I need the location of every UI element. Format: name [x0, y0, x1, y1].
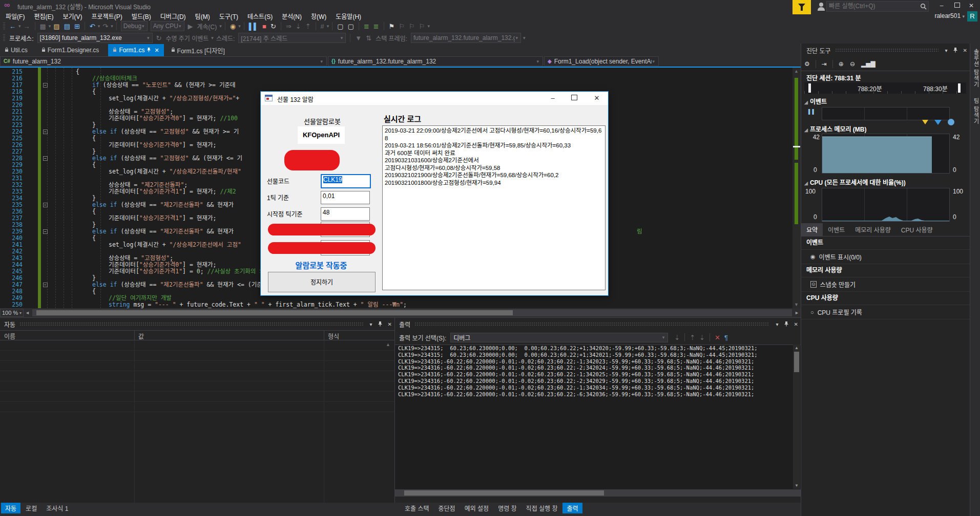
- zoom-in-icon[interactable]: ⊕: [836, 60, 847, 68]
- diag-tab-이벤트[interactable]: 이벤트: [823, 223, 850, 236]
- breadcrumb-csharp-file-icon[interactable]: C#future_alarm_132▾: [0, 56, 327, 66]
- text-input[interactable]: 48: [321, 207, 370, 221]
- navigate-forward-icon[interactable]: →: [22, 23, 32, 30]
- bottom-tab-명령 창[interactable]: 명령 창: [494, 503, 520, 513]
- side-tab-팀 탐색기[interactable]: 팀 탐색기: [970, 93, 980, 130]
- comment-lines-icon[interactable]: ≣: [362, 23, 371, 30]
- word-wrap-icon[interactable]: ¶: [722, 334, 730, 341]
- bottom-tab-예외 설정[interactable]: 예외 설정: [461, 503, 493, 513]
- attach-process-icon[interactable]: ◉: [228, 23, 238, 30]
- menu-item[interactable]: 창(W): [306, 12, 331, 20]
- menu-item[interactable]: 팀(M): [191, 12, 215, 20]
- menu-item[interactable]: 빌드(B): [127, 12, 156, 20]
- close-icon[interactable]: ✕: [791, 321, 801, 327]
- minimize-button[interactable]: –: [935, 1, 948, 10]
- table-row[interactable]: [0, 371, 394, 381]
- breadcrumb-class-icon[interactable]: {}future_alarm_132.future_alarm_132▾: [328, 56, 543, 66]
- thread-dropdown[interactable]: [21744] 주 스레드▾: [238, 33, 346, 43]
- cpu-section-header[interactable]: ◢CPU (모든 프로세서에 대한 비율(%)): [804, 178, 906, 186]
- prev-message-icon[interactable]: ⇡: [687, 334, 697, 341]
- scrollbar-position[interactable]: [793, 146, 800, 147]
- next-message-icon[interactable]: ⇣: [697, 334, 707, 341]
- tab-Form1.cs[interactable]: Form1.cs✕: [108, 44, 163, 56]
- close-icon[interactable]: ✕: [961, 48, 970, 53]
- menu-item[interactable]: 편집(E): [29, 12, 58, 20]
- output-vertical-scrollbar[interactable]: ▲ ▼: [793, 345, 800, 489]
- diag-tab-메모리 사용량[interactable]: 메모리 사용량: [850, 223, 896, 236]
- clear-bookmarks-icon[interactable]: ⚐: [417, 23, 427, 30]
- memory-section-header[interactable]: ◢프로세스 메모리 (MB): [804, 124, 867, 133]
- filter-icon[interactable]: [922, 120, 928, 124]
- pin-icon[interactable]: [147, 47, 151, 54]
- menu-item[interactable]: 프로젝트(P): [87, 12, 127, 20]
- events-section-header[interactable]: ◢이벤트: [804, 97, 827, 105]
- chevron-down-icon[interactable]: ▾: [367, 321, 375, 327]
- chevron-down-icon[interactable]: ▾: [326, 24, 330, 29]
- table-row[interactable]: [0, 361, 394, 371]
- menu-item[interactable]: 분석(N): [277, 12, 306, 20]
- toggle-bookmark-icon[interactable]: ⚑: [387, 23, 397, 30]
- text-input[interactable]: CLK19: [321, 174, 371, 188]
- menu-item[interactable]: 도움말(H): [331, 12, 366, 20]
- bottom-tab-출력[interactable]: 출력: [562, 503, 582, 513]
- continue-icon[interactable]: ▶: [186, 23, 195, 30]
- export-icon[interactable]: ⇥: [819, 60, 830, 68]
- editor-horizontal-scrollbar[interactable]: [32, 309, 792, 316]
- output-horizontal-scrollbar[interactable]: [395, 489, 801, 497]
- panel-header[interactable]: 자동 ▾ ✕: [0, 318, 394, 330]
- scrollbar-thumb[interactable]: [36, 310, 513, 315]
- editor-zoom-dropdown[interactable]: 100 %▾: [0, 309, 24, 317]
- lifecycle-icon[interactable]: ↻: [154, 34, 164, 42]
- snapshot-dot-icon[interactable]: [948, 119, 954, 125]
- save-icon[interactable]: ▤: [62, 23, 72, 30]
- menu-item[interactable]: 보기(V): [58, 12, 87, 20]
- diag-tab-CPU 사용량[interactable]: CPU 사용량: [896, 223, 938, 236]
- table-row[interactable]: [0, 351, 394, 361]
- tab-Form1.cs [디자인][interactable]: Form1.cs [디자인]: [166, 44, 232, 56]
- chart-icon[interactable]: ▂▅▇: [858, 60, 879, 68]
- panel-header[interactable]: 출력 ▾ ✕: [395, 318, 801, 330]
- chevron-down-icon[interactable]: ▾: [110, 24, 114, 29]
- stackframe-dropdown[interactable]: future_alarm_132.future_alarm_132.go_b▾: [411, 33, 521, 43]
- menu-item[interactable]: 파일(F): [1, 12, 29, 20]
- summary-item-link[interactable]: ◉이벤트 표시(0/0): [801, 250, 970, 264]
- diag-tab-요약[interactable]: 요약: [801, 223, 823, 236]
- pause-icon[interactable]: ▌▌: [247, 23, 260, 30]
- bottom-tab-로컬[interactable]: 로컬: [22, 503, 41, 513]
- table-row[interactable]: [0, 381, 394, 392]
- scroll-up-icon[interactable]: ▲: [794, 69, 799, 74]
- column-divider[interactable]: [134, 331, 135, 340]
- restart-icon[interactable]: ↻: [268, 23, 278, 30]
- tab-Util.cs[interactable]: Util.cs: [0, 44, 34, 56]
- scrollbar-thumb[interactable]: [404, 490, 604, 496]
- chevron-down-icon[interactable]: ▾: [238, 24, 241, 29]
- step-into-icon[interactable]: ⇣: [294, 23, 303, 30]
- feedback-button[interactable]: [793, 0, 811, 14]
- bottom-tab-자동[interactable]: 자동: [1, 503, 20, 513]
- zoom-out-icon[interactable]: ⊖: [847, 60, 858, 68]
- scroll-up-icon[interactable]: ▲: [795, 346, 799, 350]
- side-tab-솔루션 탐색기[interactable]: 솔루션 탐색기: [970, 44, 980, 93]
- share-icon[interactable]: [816, 2, 826, 11]
- bottom-tab-중단점[interactable]: 중단점: [434, 503, 460, 513]
- prev-bookmark-icon[interactable]: ⚐: [397, 23, 407, 30]
- column-header[interactable]: 이름: [4, 332, 15, 340]
- realtime-log-box[interactable]: 2019-03-21 22:09:00/상승제2기준선에서 고점다시형성/현재가…: [382, 125, 606, 290]
- autos-grid[interactable]: ▲: [0, 340, 394, 503]
- chevron-down-icon[interactable]: ▾: [427, 24, 430, 29]
- bottom-tab-호출 스택[interactable]: 호출 스택: [401, 503, 433, 513]
- editor-vertical-scrollbar[interactable]: ▲ ▼: [793, 68, 801, 308]
- goto-source-icon[interactable]: ⇣: [672, 334, 682, 341]
- process-dropdown[interactable]: [31860] future_alarm_132.exe▾: [37, 33, 153, 43]
- memory-chart[interactable]: [822, 134, 950, 174]
- close-icon[interactable]: ✕: [385, 321, 394, 327]
- menu-item[interactable]: 도구(T): [215, 12, 243, 20]
- tab-Form1.Designer.cs[interactable]: Form1.Designer.cs: [37, 44, 106, 56]
- column-header[interactable]: 형식: [328, 332, 339, 340]
- chevron-down-icon[interactable]: ▾: [523, 35, 526, 40]
- panel-header[interactable]: 진단 도구 ▾ ✕: [801, 44, 970, 57]
- quick-launch-input[interactable]: [827, 2, 918, 10]
- dialog-maximize-button[interactable]: [564, 92, 585, 105]
- dialog-title-bar[interactable]: 선물 132 알람 – ✕: [261, 92, 608, 105]
- toolbar-grip[interactable]: [3, 34, 5, 41]
